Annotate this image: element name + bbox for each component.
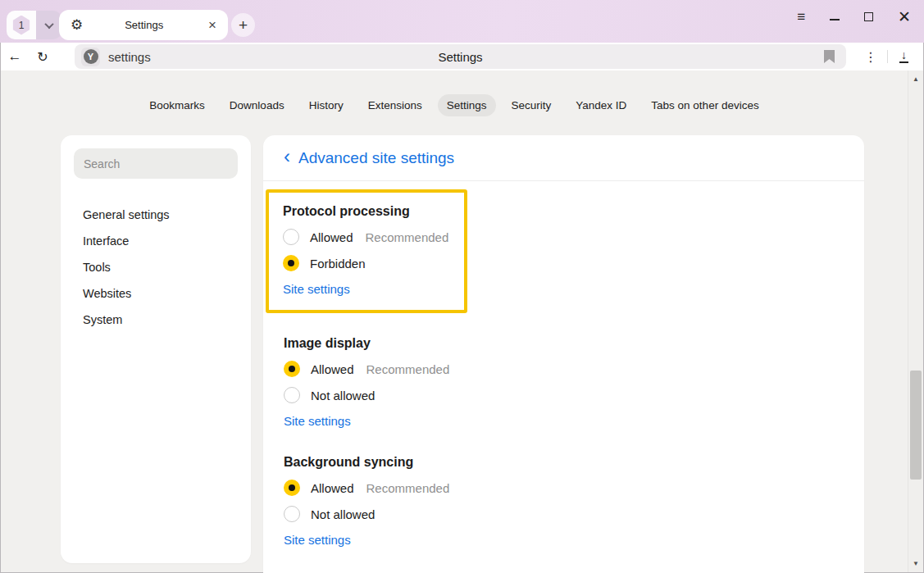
scroll-up-icon[interactable]: ▲ [908,75,923,83]
search-input[interactable] [74,148,238,179]
vertical-scrollbar[interactable]: ▲ ▼ [908,70,923,572]
download-icon-bar [899,61,908,63]
new-tab-button[interactable]: + [231,13,255,37]
section-title: Protocol processing [283,204,450,219]
yandex-logo-icon: Y [84,49,98,64]
nav-tab-history[interactable]: History [300,94,353,116]
radio-icon-checked[interactable] [283,255,299,271]
sidebar-item-system[interactable]: System [83,307,229,333]
nav-tab-bookmarks[interactable]: Bookmarks [140,94,214,116]
section-image-display: Image display Allowed Recommended Not al… [284,336,864,429]
nav-tab-security[interactable]: Security [503,94,561,116]
page-title: Settings [75,50,846,64]
settings-sections: Protocol processing Allowed Recommended … [263,181,864,548]
sidebar-items: General settings Interface Tools Website… [61,192,251,333]
settings-nav-tabs: Bookmarks Downloads History Extensions S… [1,94,908,116]
reload-button[interactable]: ↻ [29,49,57,65]
browser-tab-settings[interactable]: ⚙ Settings × [59,10,228,40]
radio-option-allowed[interactable]: Allowed Recommended [284,356,864,382]
chevron-down-icon [44,19,53,28]
download-icon: ↓ [901,50,907,61]
tab-counter-button[interactable]: 1 [7,11,36,39]
browser-menu-button[interactable]: ≡ [797,10,805,24]
radio-label: Allowed [310,230,353,244]
back-button[interactable]: ← [1,48,29,65]
settings-page: Bookmarks Downloads History Extensions S… [1,70,923,572]
close-window-button[interactable]: ✕ [898,9,911,25]
radio-label: Allowed [311,481,354,495]
sidebar-item-websites[interactable]: Websites [83,280,229,307]
settings-main-panel: ‹ Advanced site settings Protocol proces… [263,135,864,573]
site-settings-link[interactable]: Site settings [283,282,350,296]
recommended-badge: Recommended [366,481,450,495]
tab-list-dropdown-button[interactable] [36,11,61,39]
url-text: settings [108,50,151,64]
recommended-badge: Recommended [366,362,450,376]
site-settings-link[interactable]: Site settings [284,533,351,547]
radio-option-allowed[interactable]: Allowed Recommended [283,224,450,250]
more-options-icon[interactable]: ⋮ [854,49,887,65]
advanced-settings-header[interactable]: ‹ Advanced site settings [263,135,864,181]
tab-count-value: 1 [19,20,25,31]
tab-strip: 1 ⚙ Settings × + ≡ ✕ [0,0,924,43]
site-settings-link[interactable]: Site settings [284,414,351,428]
gear-icon: ⚙ [71,18,83,32]
plus-icon: + [239,16,248,34]
nav-tab-downloads[interactable]: Downloads [221,94,294,116]
sidebar-item-interface[interactable]: Interface [83,228,229,254]
advanced-settings-title: Advanced site settings [298,149,454,167]
radio-option-not-allowed[interactable]: Not allowed [284,382,864,408]
radio-icon-unchecked[interactable] [284,506,300,522]
recommended-badge: Recommended [366,230,449,244]
scrollbar-thumb[interactable] [910,371,922,480]
radio-option-not-allowed[interactable]: Not allowed [284,501,864,527]
nav-tab-extensions[interactable]: Extensions [359,94,431,116]
sidebar-item-tools[interactable]: Tools [83,254,229,280]
radio-icon-unchecked[interactable] [283,229,299,245]
radio-option-allowed[interactable]: Allowed Recommended [284,475,864,501]
tab-count-badge: 1 [12,16,31,35]
scroll-down-icon[interactable]: ▼ [908,560,923,567]
nav-tab-other-devices[interactable]: Tabs on other devices [642,94,767,116]
radio-label: Allowed [311,362,354,376]
section-background-syncing: Background syncing Allowed Recommended N… [284,455,864,548]
radio-label: Not allowed [311,507,375,521]
radio-label: Forbidden [310,257,366,271]
tab-counter-group[interactable]: 1 [7,11,61,39]
maximize-button[interactable] [864,12,873,21]
nav-tab-yandex-id[interactable]: Yandex ID [567,94,635,116]
nav-tab-settings[interactable]: Settings [438,94,496,116]
bookmark-icon[interactable] [824,50,835,63]
tab-title: Settings [83,19,205,31]
section-title: Image display [284,336,864,351]
section-protocol-processing: Protocol processing Allowed Recommended … [266,189,467,313]
minimize-button[interactable] [830,19,840,20]
radio-icon-checked[interactable] [284,361,300,377]
section-title: Background syncing [284,455,864,470]
back-chevron-icon: ‹ [284,147,290,166]
address-bar: ← ↻ Y settings Settings ⋮ ↓ [1,43,923,70]
site-protect-icon[interactable]: Y [81,48,100,66]
radio-icon-unchecked[interactable] [284,387,300,403]
radio-label: Not allowed [311,389,375,402]
window-controls: ≡ ✕ [797,7,911,26]
radio-icon-checked[interactable] [284,480,300,496]
settings-sidebar: General settings Interface Tools Website… [61,135,251,563]
sidebar-item-general-settings[interactable]: General settings [83,202,229,228]
tab-close-icon[interactable]: × [205,18,220,32]
url-field[interactable]: Y settings Settings [75,44,846,69]
browser-window: 1 ⚙ Settings × + ≡ ✕ ← ↻ Y [0,0,924,573]
downloads-button[interactable]: ↓ [888,50,923,63]
radio-option-forbidden[interactable]: Forbidden [283,250,450,276]
